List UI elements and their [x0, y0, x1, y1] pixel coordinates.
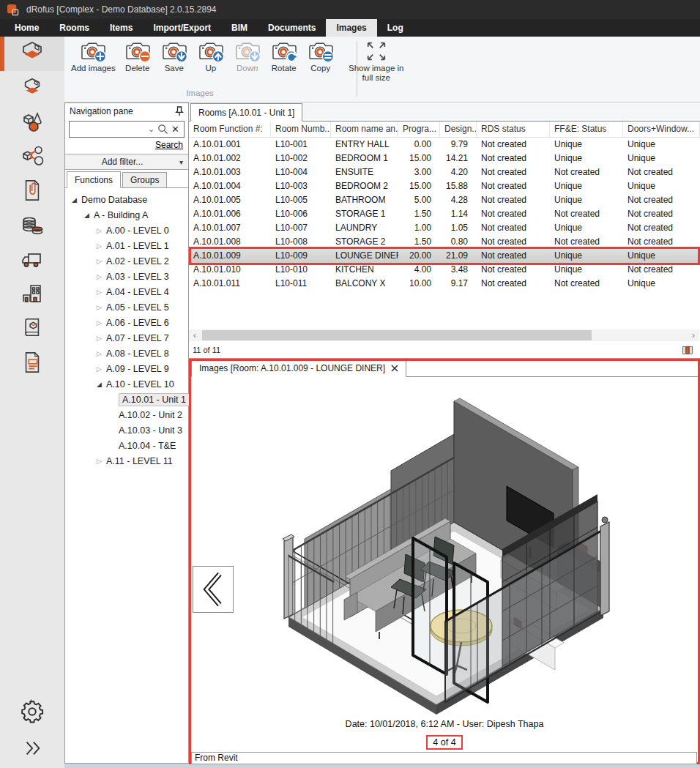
table-row[interactable]: A.10.01.006L10-006STORAGE 11.501.14Not c…: [189, 207, 700, 221]
menu-tab-rooms[interactable]: Rooms: [49, 19, 100, 37]
scroll-left-icon[interactable]: ‹: [189, 330, 201, 340]
column-header-room-numb[interactable]: Room Numb...: [271, 122, 331, 137]
sidebar-item-finances[interactable]: [0, 209, 64, 243]
tree-item[interactable]: ▷A.08 - LEVEL 8: [65, 346, 188, 361]
scroll-right-icon[interactable]: ›: [688, 330, 699, 340]
sidebar-item-systems[interactable]: [0, 140, 64, 174]
search-input[interactable]: [70, 122, 145, 136]
tree-expander-icon[interactable]: ▷: [94, 365, 104, 373]
tree-item[interactable]: ▷A.04 - LEVEL 4: [65, 284, 188, 299]
table-row[interactable]: A.10.01.003L10-004ENSUITE3.004.20Not cre…: [189, 165, 700, 179]
add-filter-dropdown[interactable]: Add filter... ▾: [65, 154, 188, 170]
column-header-rds-status[interactable]: RDS status: [477, 122, 550, 137]
tree-expander-icon[interactable]: ◢: [82, 212, 92, 219]
menu-tab-images[interactable]: Images: [326, 19, 376, 37]
tree-item[interactable]: ▷A.01 - LEVEL 1: [65, 238, 188, 253]
rotate-button[interactable]: Rotate: [266, 39, 302, 74]
search-clear-icon[interactable]: ✕: [168, 124, 184, 135]
scrollbar-thumb[interactable]: [202, 330, 592, 340]
copy-button[interactable]: Copy: [302, 39, 339, 74]
tree-expander-icon[interactable]: ▷: [94, 458, 104, 465]
menu-tab-items[interactable]: Items: [100, 19, 143, 37]
tree-item[interactable]: A.10.02 - Unit 2: [65, 407, 188, 422]
tree-item[interactable]: ◢A - Building A: [65, 207, 188, 223]
table-row[interactable]: A.10.01.001L10-001ENTRY HALL0.009.79Not …: [189, 138, 700, 152]
sidebar-item-logistics[interactable]: [0, 243, 64, 277]
images-tab[interactable]: Images [Room: A.10.01.009 - LOUNGE DINER…: [191, 359, 406, 377]
horizontal-scrollbar[interactable]: ‹ ›: [189, 329, 699, 341]
tree-item[interactable]: ▷A.07 - LEVEL 7: [65, 330, 188, 346]
table-row[interactable]: A.10.01.002L10-002BEDROOM 115.0014.21Not…: [189, 152, 700, 165]
tree-item[interactable]: A.10.04 - T&E: [65, 438, 188, 453]
column-header-ff-e-status[interactable]: FF&E: Status: [550, 122, 623, 137]
tree-item[interactable]: ▷A.11 - LEVEL 11: [65, 453, 188, 469]
tree-expander-icon[interactable]: ▷: [94, 227, 104, 234]
table-row[interactable]: A.10.01.004L10-003BEDROOM 215.0015.88Not…: [189, 179, 700, 193]
sidebar-item-settings[interactable]: [20, 699, 45, 726]
table-row[interactable]: A.10.01.007L10-007LAUNDRY1.001.05Not cre…: [189, 221, 700, 235]
tree-item[interactable]: ◢Demo Database: [65, 192, 188, 207]
show-image-in-full-size-button[interactable]: Show image in full size: [339, 39, 414, 83]
pin-icon[interactable]: [175, 106, 184, 116]
tree-expander-icon[interactable]: ▷: [94, 335, 104, 342]
sidebar-item-buildings[interactable]: [0, 277, 64, 312]
up-button[interactable]: Up: [193, 39, 229, 74]
menu-tab-import-export[interactable]: Import/Export: [143, 19, 221, 37]
tree-item[interactable]: ▷A.06 - LEVEL 6: [65, 315, 188, 330]
tree-item[interactable]: ▷A.00 - LEVEL 0: [65, 223, 188, 238]
menu-tab-bim[interactable]: BIM: [221, 19, 258, 37]
sidebar-item-items[interactable]: [0, 71, 64, 105]
tab-groups[interactable]: Groups: [122, 172, 167, 188]
tree-item[interactable]: A.10.03 - Unit 3: [65, 422, 188, 438]
add-images-button[interactable]: Add images: [67, 39, 119, 74]
save-button[interactable]: Save: [156, 39, 193, 74]
tree-expander-icon[interactable]: ◢: [70, 196, 79, 204]
sidebar-item-expand[interactable]: [21, 738, 43, 761]
tree-expander-icon[interactable]: ▷: [94, 350, 104, 357]
menu-tab-log[interactable]: Log: [377, 19, 414, 37]
table-row[interactable]: A.10.01.011L10-011BALCONY X10.009.17Not …: [189, 277, 700, 291]
tree-expander-icon[interactable]: ▷: [94, 273, 104, 280]
menu-tab-documents[interactable]: Documents: [258, 19, 326, 37]
tree-expander-icon[interactable]: ▷: [94, 304, 104, 311]
tree-expander-icon[interactable]: ▷: [94, 242, 104, 250]
column-header-room-function[interactable]: Room Function #:: [189, 122, 271, 137]
column-header-doors-window[interactable]: Doors+Window...: [623, 122, 700, 137]
image-description-field[interactable]: From Revit: [191, 752, 697, 764]
search-history-caret-icon[interactable]: ⌄: [145, 124, 157, 134]
tab-functions[interactable]: Functions: [67, 171, 121, 188]
column-header-progra[interactable]: Progra...: [398, 122, 440, 137]
column-header-design[interactable]: Design...: [440, 122, 477, 137]
sidebar-item-catalog[interactable]: [0, 312, 64, 346]
tree-expander-icon[interactable]: ▷: [94, 258, 104, 265]
search-box[interactable]: ⌄ ✕: [69, 121, 185, 138]
column-chooser-icon[interactable]: [682, 345, 693, 356]
rooms-tab[interactable]: Rooms [A.10.01 - Unit 1]: [190, 103, 302, 122]
tree-expander-icon[interactable]: ▷: [94, 319, 104, 327]
tree-item[interactable]: ▷A.05 - LEVEL 5: [65, 299, 188, 315]
tree-item[interactable]: A.10.01 - Unit 1: [65, 392, 188, 407]
tree-item[interactable]: ▷A.09 - LEVEL 9: [65, 361, 188, 376]
close-icon[interactable]: [391, 365, 398, 372]
previous-image-button[interactable]: [193, 566, 234, 613]
delete-button[interactable]: Delete: [119, 39, 156, 74]
table-row[interactable]: A.10.01.005L10-005BATHROOM5.004.28Not cr…: [189, 193, 700, 207]
search-icon[interactable]: [157, 124, 168, 135]
sidebar-item-rooms[interactable]: [0, 37, 64, 71]
table-row[interactable]: A.10.01.009L10-009LOUNGE DINER20.0021.09…: [189, 249, 700, 263]
tree-expander-icon[interactable]: ▷: [94, 288, 104, 296]
column-header-room-name-an[interactable]: Room name an...: [331, 122, 398, 137]
tree-expander-icon[interactable]: ◢: [94, 381, 104, 388]
sidebar-item-attachments[interactable]: [0, 174, 64, 209]
rooms-icon: [21, 41, 44, 67]
tree-item[interactable]: ◢A.10 - LEVEL 10: [65, 376, 188, 392]
scrollbar-track[interactable]: [201, 329, 688, 341]
search-link[interactable]: Search: [155, 140, 183, 150]
table-row[interactable]: A.10.01.010L10-010KITCHEN4.003.48Not cre…: [189, 263, 700, 277]
sidebar-item-shapes[interactable]: [0, 105, 64, 140]
tree-item[interactable]: ▷A.02 - LEVEL 2: [65, 253, 188, 269]
table-row[interactable]: A.10.01.008L10-008STORAGE 21.500.80Not c…: [189, 235, 700, 249]
tree-item[interactable]: ▷A.03 - LEVEL 3: [65, 269, 188, 284]
menu-tab-home[interactable]: Home: [4, 19, 49, 37]
sidebar-item-reports[interactable]: [0, 346, 64, 381]
